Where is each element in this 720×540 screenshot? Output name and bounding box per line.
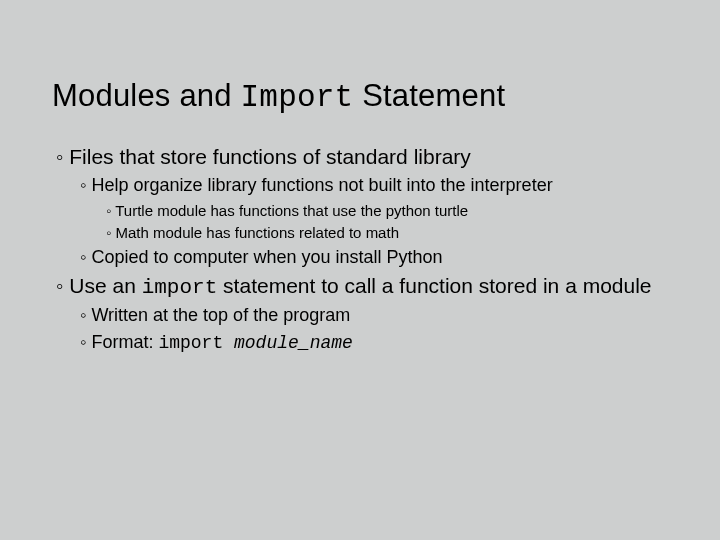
format-code-1: import bbox=[158, 333, 234, 353]
bullet-l3-math: ◦ Math module has functions related to m… bbox=[106, 224, 668, 241]
import-text-1: ◦ Use an bbox=[56, 274, 142, 297]
import-text-2: statement to call a function stored in a… bbox=[217, 274, 651, 297]
title-text-2: Statement bbox=[353, 78, 505, 113]
format-code-2: module_name bbox=[234, 333, 353, 353]
import-code: import bbox=[142, 276, 218, 299]
bullet-l2-organize: ◦ Help organize library functions not bu… bbox=[80, 175, 668, 196]
bullet-l2-format: ◦ Format: import module_name bbox=[80, 332, 668, 353]
bullet-l2-copied: ◦ Copied to computer when you install Py… bbox=[80, 247, 668, 268]
bullet-l3-turtle: ◦ Turtle module has functions that use t… bbox=[106, 202, 668, 219]
bullet-l1-files: ◦ Files that store functions of standard… bbox=[56, 145, 668, 169]
slide-title: Modules and Import Statement bbox=[52, 78, 668, 115]
bullet-l1-import: ◦ Use an import statement to call a func… bbox=[56, 274, 668, 299]
bullet-l2-top: ◦ Written at the top of the program bbox=[80, 305, 668, 326]
slide: Modules and Import Statement ◦ Files tha… bbox=[0, 0, 720, 540]
format-text: ◦ Format: bbox=[80, 332, 158, 352]
title-text-1: Modules and bbox=[52, 78, 241, 113]
title-code: Import bbox=[241, 80, 354, 115]
